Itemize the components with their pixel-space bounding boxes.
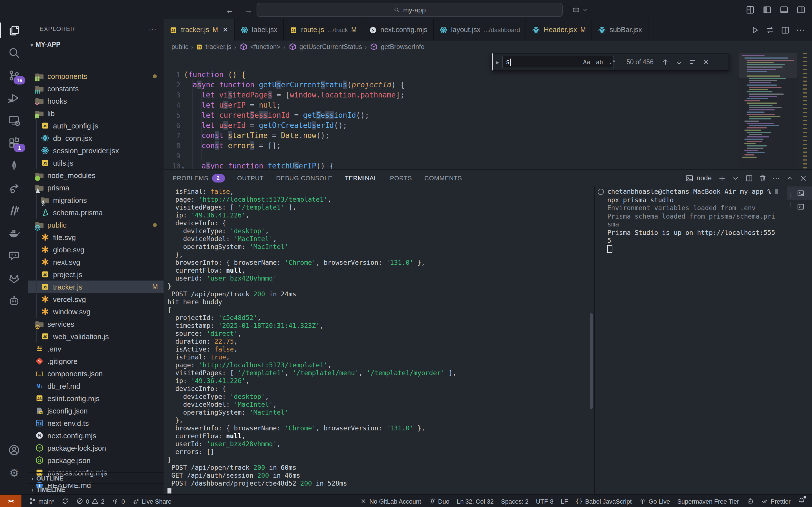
tab-next.config.mjs[interactable]: Nnext.config.mjs — [363, 19, 434, 41]
tree-item-components[interactable]: components — [28, 70, 163, 82]
toggle-panel-icon[interactable] — [777, 3, 791, 16]
status-ai-status[interactable] — [746, 497, 754, 505]
status-prettier[interactable]: Prettier — [761, 497, 791, 505]
kill-terminal-icon[interactable] — [758, 174, 767, 182]
activity-duo-chat[interactable] — [0, 244, 28, 267]
status-problems[interactable]: 02 — [76, 497, 105, 505]
more-actions-icon[interactable]: ··· — [149, 25, 157, 32]
breadcrumb-item[interactable]: public — [171, 43, 188, 50]
activity-run-debug[interactable] — [0, 87, 28, 109]
tree-item-window.svg[interactable]: window.svg — [28, 305, 163, 318]
tree-item-project.js[interactable]: JSproject.js — [28, 268, 163, 281]
terminal-node-1[interactable] — [787, 186, 812, 200]
tree-item-db_conn.jsx[interactable]: db_conn.jsx — [28, 132, 163, 144]
tree-item-lib[interactable]: lib — [28, 107, 163, 119]
close-icon[interactable]: ✕ — [222, 26, 228, 34]
tab-layout.jsx[interactable]: layout.jsx.../dashboard — [434, 19, 526, 41]
run-icon[interactable] — [750, 25, 760, 35]
status-language-mode[interactable]: {}Babel JavaScript — [575, 498, 632, 504]
outline-section[interactable]: ›OUTLINE — [28, 472, 163, 484]
compare-changes-icon[interactable] — [765, 25, 775, 35]
terminal-node-2[interactable] — [787, 200, 812, 214]
status-git-branch[interactable]: main* — [29, 497, 54, 505]
tab-tracker.js[interactable]: JStracker.jsM✕ — [163, 19, 234, 41]
tree-item-package.json[interactable]: JSpackage.json — [28, 454, 163, 466]
activity-mongodb[interactable] — [0, 154, 28, 177]
tab-label.jsx[interactable]: label.jsx — [234, 19, 283, 41]
more-actions-icon[interactable] — [796, 25, 805, 35]
activity-supermaven[interactable] — [0, 200, 28, 222]
tree-item-db_ref.md[interactable]: M↓db_ref.md — [28, 380, 163, 392]
timeline-section[interactable]: ›TIMELINE — [28, 483, 163, 494]
panel-tab-terminal[interactable]: TERMINAL — [345, 170, 377, 186]
close-find-icon[interactable] — [702, 58, 710, 66]
panel-tab-comments[interactable]: COMMENTS — [424, 170, 462, 186]
customize-layout-icon[interactable] — [743, 3, 757, 16]
tree-item-next-env.d.ts[interactable]: TSnext-env.d.ts — [28, 417, 163, 429]
command-center[interactable]: my-app — [257, 3, 563, 17]
activity-settings[interactable]: ⚙ — [0, 461, 28, 484]
copilot-menu[interactable] — [572, 2, 588, 17]
breadcrumb-item[interactable]: getUserCurrentStatus — [288, 42, 362, 51]
status-notifications[interactable] — [798, 497, 805, 505]
tree-item-services[interactable]: ⚙services — [28, 318, 163, 330]
find-in-selection-icon[interactable] — [689, 58, 696, 66]
tab-route.js[interactable]: JSroute.js.../trackM — [284, 19, 363, 41]
status-sync[interactable] — [61, 497, 69, 505]
tree-item-constants[interactable]: constants — [28, 82, 163, 95]
split-terminal-icon[interactable] — [745, 174, 753, 182]
split-editor-icon[interactable] — [780, 25, 790, 35]
status-gitlab-duo[interactable]: Duo — [428, 497, 449, 505]
find-toggle-regex[interactable]: .* — [607, 58, 617, 66]
activity-ai-assistant[interactable] — [0, 290, 28, 312]
tree-item-tracker.js[interactable]: JStracker.jsM — [28, 281, 163, 293]
close-panel-icon[interactable] — [799, 174, 808, 182]
tree-item-next.svg[interactable]: next.svg — [28, 256, 163, 268]
activity-extensions[interactable]: 1 — [0, 132, 28, 154]
minimap[interactable] — [739, 53, 797, 169]
nav-back-icon[interactable]: ← — [225, 5, 234, 14]
nav-forward-icon[interactable]: → — [244, 5, 253, 14]
tree-item-jsconfig.json[interactable]: JSjsconfig.json — [28, 404, 163, 417]
status-go-live[interactable]: Go Live — [639, 497, 670, 505]
prev-match-icon[interactable] — [661, 58, 669, 66]
panel-more-icon[interactable] — [772, 174, 780, 182]
breadcrumb-item[interactable]: JStracker.js — [196, 43, 232, 50]
tab-Header.jsx[interactable]: Header.jsxM — [526, 19, 592, 41]
tree-item-auth_config.js[interactable]: JSauth_config.js — [28, 119, 163, 132]
terminal-output-secondary[interactable]: chetanbhoasle@chetans-MacBook-Air my-app… — [596, 187, 786, 494]
terminal-scrollbar[interactable] — [590, 313, 593, 409]
status-supermaven-status[interactable]: Supermaven Free Tier — [677, 498, 739, 504]
tree-item-prisma[interactable]: prisma — [28, 181, 163, 194]
toggle-sidebar-icon[interactable] — [760, 3, 774, 16]
panel-tab-debug-console[interactable]: DEBUG CONSOLE — [276, 170, 333, 186]
activity-docker[interactable] — [0, 222, 28, 244]
status-gitlab-account[interactable]: No GitLab Account — [360, 497, 421, 505]
maximize-panel-icon[interactable] — [785, 174, 794, 182]
tree-item-file.svg[interactable]: file.svg — [28, 231, 163, 243]
tree-item-public[interactable]: public — [28, 219, 163, 231]
terminal-instance-label[interactable]: node — [686, 174, 712, 182]
tree-item-session_provider.jsx[interactable]: session_provider.jsx — [28, 144, 163, 157]
activity-live-share[interactable] — [0, 177, 28, 200]
tree-item-vercel.svg[interactable]: vercel.svg — [28, 293, 163, 305]
activity-explorer[interactable] — [0, 19, 28, 42]
tree-item-utils.js[interactable]: JSutils.js — [28, 157, 163, 169]
tree-item-schema.prisma[interactable]: schema.prisma — [28, 206, 163, 219]
tree-item-hooks[interactable]: hooks — [28, 95, 163, 107]
activity-accounts[interactable] — [0, 439, 28, 461]
terminal-output[interactable]: isFinal: false, page: 'http://localhost:… — [167, 187, 588, 494]
activity-gitlab[interactable] — [0, 267, 28, 290]
tree-item-eslint.config.mjs[interactable]: JSeslint.config.mjs — [28, 392, 163, 404]
breadcrumb-item[interactable]: getBrowserInfo — [370, 42, 424, 51]
activity-search[interactable] — [0, 42, 28, 64]
status-indentation[interactable]: Spaces: 2 — [501, 498, 529, 504]
status-ports-forwarded[interactable]: 0 — [112, 497, 125, 505]
status-live-share[interactable]: Live Share — [132, 497, 171, 505]
activity-remote-explorer[interactable] — [0, 109, 28, 132]
breadcrumb-item[interactable]: <function> — [239, 42, 281, 51]
panel-tab-output[interactable]: OUTPUT — [237, 170, 264, 186]
status-encoding[interactable]: UTF-8 — [536, 498, 553, 504]
tree-item-web_validation.js[interactable]: JSweb_validation.js — [28, 330, 163, 342]
panel-tab-ports[interactable]: PORTS — [390, 170, 412, 186]
